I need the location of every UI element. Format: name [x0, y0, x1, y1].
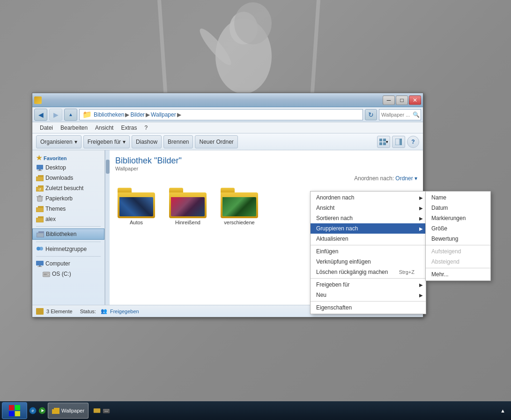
- ctx-verknuepfung[interactable]: Verknüpfung einfügen: [311, 257, 426, 267]
- folder-item-autos[interactable]: Autos: [115, 185, 157, 228]
- ctx-anordnen-nach[interactable]: Anordnen nach ▶: [311, 192, 426, 203]
- svg-text:↺: ↺: [38, 188, 41, 191]
- menu-bearbeiten[interactable]: Bearbeiten: [57, 124, 91, 132]
- menu-ansicht[interactable]: Ansicht: [91, 124, 117, 132]
- arrange-value[interactable]: Ordner ▾: [395, 175, 417, 182]
- svg-rect-11: [379, 142, 382, 145]
- folder-item-hinreisend[interactable]: Hinreißend: [167, 185, 209, 228]
- sidebar-item-recent-label: Zuletzt besucht: [45, 185, 83, 192]
- sub-name[interactable]: Name: [426, 192, 490, 203]
- menu-extras[interactable]: Extras: [117, 124, 141, 132]
- windows-logo-icon: [9, 405, 20, 416]
- status-label: Status:: [80, 309, 96, 314]
- drive-icon: [43, 270, 50, 278]
- sidebar-item-themes-label: Themes: [45, 206, 66, 212]
- status-shared-link[interactable]: Freigegeben: [110, 309, 139, 314]
- sidebar-divider-1: [36, 226, 101, 227]
- arrange-bar: Anordnen nach: Ordner ▾: [115, 175, 417, 182]
- svg-rect-23: [38, 195, 41, 196]
- ctx-aktualisieren[interactable]: Aktualisieren: [311, 234, 426, 244]
- sidebar-item-heimnetzgruppe[interactable]: Heimnetzgruppe: [32, 244, 104, 254]
- ctx-eigenschaften[interactable]: Eigenschaften: [311, 302, 426, 313]
- sub-markierungen[interactable]: Markierungen: [426, 213, 490, 223]
- svg-point-28: [39, 247, 43, 251]
- ctx-einfuegen[interactable]: Einfügen: [311, 246, 426, 257]
- ie-quicklaunch[interactable]: e: [29, 407, 37, 414]
- svg-text:e: e: [32, 408, 34, 413]
- sub-mehr[interactable]: Mehr...: [426, 269, 490, 280]
- sidebar-item-trash[interactable]: Papierkorb: [32, 193, 104, 204]
- forward-button[interactable]: ▶: [49, 109, 62, 121]
- sidebar-item-downloads[interactable]: Downloads: [32, 173, 104, 183]
- svg-rect-34: [44, 273, 47, 275]
- start-button[interactable]: [2, 402, 27, 419]
- ctx-gruppieren-submenu-arrow: ▶: [419, 226, 423, 231]
- menu-datei[interactable]: Datei: [36, 124, 57, 132]
- taskbar: e Wallpaper ▲: [0, 401, 511, 420]
- themes-folder-icon: [36, 205, 44, 213]
- help-button[interactable]: ?: [407, 136, 419, 148]
- search-box[interactable]: 🔍: [379, 109, 421, 120]
- sidebar-item-recent[interactable]: ↺ Zuletzt besucht: [32, 183, 104, 193]
- share-arrow: ▾: [123, 139, 126, 145]
- ctx-ansicht[interactable]: Ansicht ▶: [311, 203, 426, 213]
- ctx-gruppieren-nach[interactable]: Gruppieren nach ▶: [311, 223, 426, 234]
- bibliotheken-icon: [37, 230, 44, 238]
- sidebar-item-alex[interactable]: alex: [32, 214, 104, 224]
- burn-button[interactable]: Brennen: [163, 135, 193, 148]
- close-button[interactable]: ✕: [409, 96, 421, 105]
- keyboard-quicklaunch[interactable]: [103, 407, 110, 414]
- new-folder-label: Neuer Ordner: [199, 139, 233, 145]
- organize-button[interactable]: Organisieren ▾: [36, 135, 81, 148]
- taskbar-wallpaper-item[interactable]: Wallpaper: [48, 403, 89, 419]
- svg-rect-14: [400, 139, 402, 145]
- sidebar-container: ★ Favoriten Desktop Downloads ↺: [32, 150, 110, 305]
- menu-bar: Datei Bearbeiten Ansicht Extras ?: [32, 122, 423, 133]
- sidebar-item-bibliotheken[interactable]: Bibliotheken: [32, 228, 104, 240]
- folder-thumb-autos: [118, 188, 155, 218]
- status-folder-icon: [36, 308, 44, 315]
- share-button[interactable]: Freigeben für ▾: [83, 135, 130, 148]
- preview-pane-button[interactable]: [392, 136, 405, 148]
- up-button[interactable]: ▲: [64, 109, 77, 121]
- sidebar-scrollbar[interactable]: [105, 150, 110, 305]
- folder-body: [169, 192, 207, 218]
- ctx-neu[interactable]: Neu ▶: [311, 290, 426, 300]
- wmp-quicklaunch[interactable]: [38, 407, 46, 414]
- sub-bewertung[interactable]: Bewertung: [426, 234, 490, 244]
- slideshow-button[interactable]: Diashow: [132, 135, 162, 148]
- folder-inner: [119, 197, 153, 216]
- svg-rect-25: [37, 218, 43, 222]
- search-input[interactable]: [381, 112, 412, 118]
- back-button[interactable]: ◀: [34, 109, 47, 121]
- refresh-button[interactable]: ↻: [365, 109, 377, 120]
- minimize-button[interactable]: ─: [383, 96, 395, 105]
- sidebar-item-desktop[interactable]: Desktop: [32, 162, 104, 173]
- ctx-freigeben[interactable]: Freigeben für ▶: [311, 280, 426, 290]
- svg-rect-45: [104, 410, 105, 411]
- new-folder-button[interactable]: Neuer Ordner: [195, 135, 237, 148]
- sidebar-item-os-c[interactable]: OS (C:): [32, 269, 104, 279]
- ctx-sortieren-nach[interactable]: Sortieren nach ▶: [311, 213, 426, 223]
- sidebar-scroll-thumb[interactable]: [106, 160, 110, 174]
- sidebar-item-themes[interactable]: Themes: [32, 204, 104, 214]
- explorer-quicklaunch[interactable]: [93, 407, 101, 414]
- svg-point-33: [47, 273, 49, 275]
- view-toggle-button[interactable]: ▾: [377, 136, 390, 148]
- sub-groesse[interactable]: Größe: [426, 223, 490, 234]
- folder-thumb-verschiedene: [221, 188, 258, 218]
- folder-thumb-hinreisend: [169, 188, 207, 218]
- menu-help[interactable]: ?: [141, 124, 151, 132]
- folder-body: [221, 192, 258, 218]
- sidebar-item-computer[interactable]: Computer: [32, 258, 104, 269]
- ctx-loeschen-rueckgaengig[interactable]: Löschen rückgängig machen Strg+Z: [311, 267, 426, 277]
- maximize-button[interactable]: □: [396, 96, 408, 105]
- svg-rect-24: [37, 208, 43, 212]
- taskbar-quicklaunch-right: [93, 407, 110, 414]
- svg-rect-17: [37, 170, 42, 171]
- folder-label-verschiedene: verschiedene: [224, 220, 254, 225]
- sub-datum[interactable]: Datum: [426, 203, 490, 213]
- folder-item-verschiedene[interactable]: verschiedene: [218, 185, 260, 228]
- address-box[interactable]: 📁 Bibliotheken ▶ Bilder ▶ Wallpaper ▶: [79, 109, 363, 120]
- svg-rect-35: [9, 405, 14, 410]
